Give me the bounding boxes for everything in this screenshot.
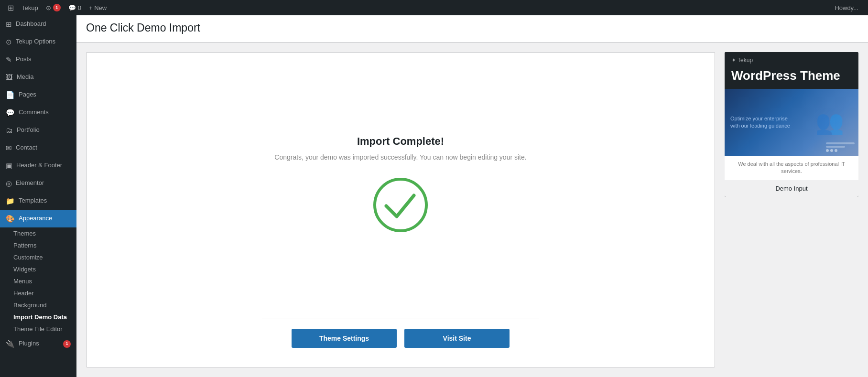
plugins-badge: 1 [63,340,71,348]
sidebar-item-media[interactable]: 🖼 Media [0,68,76,86]
sidebar-sub-menus[interactable]: Menus [0,275,76,287]
topbar-howdy: Howdy... [835,4,864,11]
contact-icon: ✉ [6,143,12,153]
site-name-label: Tekup [22,4,38,11]
comments-button[interactable]: 💬 0 [65,0,85,15]
people-icon: 👥 [815,109,844,136]
comments-icon: 💬 [6,108,15,118]
demo-card-image: Optimize your enterprise with our leadin… [725,89,858,156]
svg-point-0 [375,179,426,231]
sidebar-sub-themes[interactable]: Themes [0,227,76,239]
page-header: One Click Demo Import [76,15,868,43]
import-complete-title: Import Complete! [357,135,444,148]
ui-dot-1 [826,149,829,152]
sidebar-item-label: Appearance [19,214,52,223]
checkmark-icon [372,176,429,234]
ui-dot-2 [830,149,833,152]
new-content-label: + New [89,4,107,11]
side-panel: ✦ Tekup WordPress Theme Optimize your en… [725,52,858,367]
site-name-button[interactable]: Tekup [18,0,42,15]
sidebar-item-appearance[interactable]: 🎨 Appearance [0,210,76,227]
dashboard-icon: ⊞ [6,19,12,29]
checkmark-container [372,176,429,236]
topbar: ⊞ Tekup ⊙ 1 💬 0 + New Howdy... [0,0,868,15]
sidebar-sub-import-demo-data[interactable]: Import Demo Data [0,311,76,323]
demo-card-bottom-text: We deal with all the aspects of professi… [731,161,852,175]
import-box: Import Complete! Congrats, your demo was… [86,52,715,367]
demo-card-header: ✦ Tekup [725,52,858,66]
posts-icon: ✎ [6,54,12,65]
wp-logo-button[interactable]: ⊞ [4,0,18,15]
sidebar: ⊞ Dashboard ⊙ Tekup Options ✎ Posts 🖼 Me… [0,15,76,377]
sidebar-item-comments[interactable]: 💬 Comments [0,104,76,121]
sidebar-item-label: Contact [16,143,37,152]
templates-icon: 📁 [6,196,15,206]
tekup-options-icon: ⊙ [6,37,12,47]
sidebar-sub-patterns[interactable]: Patterns [0,239,76,251]
sidebar-item-label: Tekup Options [16,37,55,46]
header-footer-icon: ▣ [6,161,12,171]
demo-card-label: Demo Input [725,180,858,197]
sidebar-item-label: Plugins [19,339,39,348]
ui-dots [826,149,855,152]
content-area: Import Complete! Congrats, your demo was… [76,43,868,377]
sidebar-item-elementor[interactable]: ◎ Elementor [0,174,76,192]
visit-site-button[interactable]: Visit Site [404,329,510,348]
sidebar-item-label: Portfolio [17,126,40,134]
pages-icon: 📄 [6,90,15,100]
sidebar-item-pages[interactable]: 📄 Pages [0,86,76,104]
updates-badge: 1 [53,4,61,11]
ui-line-2 [826,146,845,148]
page-title: One Click Demo Import [86,21,858,35]
demo-card-title: WordPress Theme [725,66,858,89]
demo-card: ✦ Tekup WordPress Theme Optimize your en… [725,52,858,197]
ui-line-1 [826,142,855,144]
demo-card-image-text: Optimize your enterprise with our leadin… [730,115,792,130]
sidebar-item-label: Dashboard [16,20,46,28]
sidebar-item-plugins[interactable]: 🔌 Plugins 1 [0,335,76,353]
updates-icon: ⊙ [46,4,51,11]
sidebar-item-contact[interactable]: ✉ Contact [0,139,76,157]
import-success-section: Import Complete! Congrats, your demo was… [96,72,705,309]
button-row: Theme Settings Visit Site [262,319,539,348]
sidebar-sub-theme-file-editor[interactable]: Theme File Editor [0,323,76,335]
main-layout: ⊞ Dashboard ⊙ Tekup Options ✎ Posts 🖼 Me… [0,15,868,377]
comments-count: 0 [78,4,81,11]
sidebar-item-tekup-options[interactable]: ⊙ Tekup Options [0,33,76,51]
sidebar-item-dashboard[interactable]: ⊞ Dashboard [0,15,76,33]
appearance-icon: 🎨 [6,214,15,224]
elementor-icon: ◎ [6,178,12,188]
demo-card-ui-elements [826,142,855,152]
sidebar-item-label: Elementor [16,179,44,187]
sidebar-item-portfolio[interactable]: 🗂 Portfolio [0,121,76,139]
plugins-icon: 🔌 [6,339,15,349]
sidebar-sub-header[interactable]: Header [0,287,76,299]
sidebar-item-label: Posts [16,55,32,64]
sidebar-item-header-footer[interactable]: ▣ Header & Footer [0,157,76,174]
updates-button[interactable]: ⊙ 1 [42,0,65,15]
sidebar-item-label: Pages [19,90,36,99]
sidebar-item-label: Media [17,73,33,81]
ui-dot-3 [835,149,837,152]
sidebar-item-templates[interactable]: 📁 Templates [0,192,76,210]
theme-settings-button[interactable]: Theme Settings [292,329,397,348]
media-icon: 🖼 [6,72,13,82]
demo-card-bottom: We deal with all the aspects of professi… [725,156,858,180]
sidebar-sub-widgets[interactable]: Widgets [0,263,76,275]
new-content-button[interactable]: + New [85,0,110,15]
sidebar-item-posts[interactable]: ✎ Posts [0,51,76,68]
sidebar-item-label: Templates [19,196,47,205]
wp-logo-icon: ⊞ [8,3,14,12]
import-complete-subtitle: Congrats, your demo was imported success… [274,153,526,161]
demo-card-logo: ✦ Tekup [731,57,753,64]
sidebar-sub-customize[interactable]: Customize [0,251,76,263]
sidebar-item-label: Comments [19,108,49,117]
sidebar-sub-background[interactable]: Background [0,299,76,311]
main-content: One Click Demo Import Import Complete! C… [76,15,868,377]
sidebar-item-label: Header & Footer [16,161,62,170]
comments-icon: 💬 [68,4,76,11]
portfolio-icon: 🗂 [6,125,13,135]
